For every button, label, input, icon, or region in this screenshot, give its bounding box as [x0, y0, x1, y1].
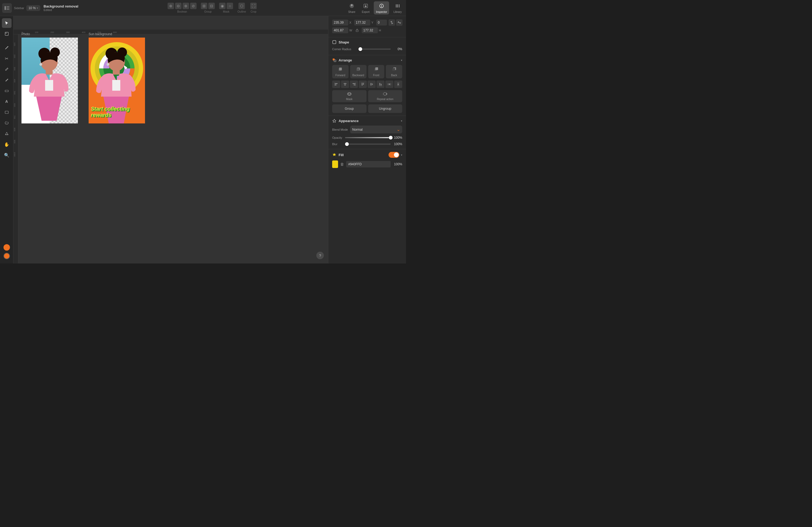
- svg-rect-69: [389, 84, 390, 85]
- toolbar-outline-group[interactable]: ⬡ Outline: [237, 3, 246, 13]
- crop-icon: ⛶: [250, 3, 257, 9]
- align-bottom-button[interactable]: [376, 80, 385, 88]
- opacity-slider-thumb[interactable]: [389, 136, 393, 139]
- toolbar-center: ⊕ ⊖ ⊗ ⊘ Boolean ⊞ ⊟ Group ◉ ○ Mask: [79, 3, 345, 13]
- appearance-section-header[interactable]: Appearance ▾: [332, 119, 402, 123]
- outline-icon: ⬡: [238, 3, 245, 9]
- y-input[interactable]: [354, 19, 370, 26]
- artboard-sun[interactable]: Start collecting rewards: [89, 37, 145, 123]
- mask-button[interactable]: Mask: [332, 90, 366, 102]
- svg-rect-14: [5, 111, 8, 114]
- share-button[interactable]: Share: [346, 1, 358, 15]
- repeat-action-button[interactable]: Repeat action: [368, 90, 403, 102]
- arrange-order-row: Forward Backward: [332, 65, 402, 78]
- arrange-section-header[interactable]: Arrange ▾: [332, 58, 402, 62]
- scissors-tool-button[interactable]: ✂: [2, 54, 12, 63]
- hand-tool-button[interactable]: ✋: [2, 139, 12, 149]
- zoom-tool-button[interactable]: 🔍: [2, 150, 12, 160]
- h-label: H: [379, 29, 382, 32]
- toolbar-group-group[interactable]: ⊞ ⊟ Group: [201, 3, 215, 13]
- boolean-intersect-icon: ⊗: [183, 3, 189, 9]
- align-row-1: [332, 80, 402, 88]
- rotation-input[interactable]: [376, 19, 387, 26]
- artboard-label-sun: Sun background: [89, 32, 112, 36]
- lasso-tool-button[interactable]: [2, 118, 12, 128]
- backward-button[interactable]: Backward: [350, 65, 366, 78]
- align-center-v-button[interactable]: [367, 80, 376, 88]
- background-color[interactable]: [3, 253, 10, 259]
- fill-icon: [332, 153, 336, 157]
- pos-row: X Y: [332, 19, 402, 26]
- align-center-h-button[interactable]: [341, 80, 349, 88]
- pen-tool-button[interactable]: [2, 43, 12, 52]
- blur-label: Blur: [332, 142, 343, 146]
- align-left-button[interactable]: [332, 80, 340, 88]
- text-tool-button[interactable]: A: [2, 96, 12, 106]
- toolbar-mask-group[interactable]: ◉ ○ Mask: [219, 3, 233, 13]
- fill-delete-button[interactable]: 🗑: [340, 162, 344, 166]
- ungroup-button[interactable]: Ungroup: [368, 104, 403, 113]
- svg-rect-57: [355, 82, 356, 86]
- size-row: W H: [332, 27, 402, 33]
- svg-rect-42: [357, 68, 359, 71]
- align-right-button[interactable]: [350, 80, 358, 88]
- back-button[interactable]: Back: [386, 65, 402, 78]
- svg-rect-49: [335, 83, 337, 84]
- sidebar-toggle-button[interactable]: [2, 3, 12, 13]
- group-ungroup-row: Group Ungroup: [332, 104, 402, 113]
- flip-v-button[interactable]: [396, 19, 403, 26]
- export-button[interactable]: Export: [360, 1, 372, 15]
- inspector-button[interactable]: Inspector: [374, 1, 389, 15]
- blend-mode-select[interactable]: Normal ⌄: [350, 125, 402, 133]
- svg-rect-2: [6, 8, 10, 8]
- opacity-slider[interactable]: [345, 136, 391, 140]
- fill-color-swatch[interactable]: [332, 161, 338, 168]
- fill-row: 🗑 100%: [329, 161, 406, 171]
- sun-artboard-inner: Start collecting rewards: [89, 37, 145, 123]
- distribute-v-button[interactable]: [394, 80, 402, 88]
- blur-slider-thumb[interactable]: [345, 142, 349, 146]
- forward-button[interactable]: Forward: [332, 65, 349, 78]
- flip-h-button[interactable]: [389, 19, 395, 26]
- shape-tool-button[interactable]: [2, 107, 12, 117]
- zoom-control[interactable]: 10 % ▾: [26, 5, 40, 11]
- toolbar-boolean-group[interactable]: ⊕ ⊖ ⊗ ⊘ Boolean: [168, 3, 197, 13]
- fill-chevron-icon: ▾: [401, 153, 402, 156]
- svg-rect-7: [396, 4, 396, 7]
- lock-aspect-button[interactable]: [354, 28, 360, 32]
- slider-thumb[interactable]: [359, 47, 362, 51]
- library-button[interactable]: Library: [391, 1, 404, 15]
- blur-slider[interactable]: [345, 142, 391, 146]
- fill-tool-button[interactable]: [2, 129, 12, 138]
- outline-icons: ⬡: [238, 3, 245, 9]
- brush-tool-button[interactable]: [2, 64, 12, 74]
- h-input[interactable]: [362, 27, 378, 33]
- blur-slider-track: [345, 144, 391, 145]
- eraser-tool-button[interactable]: [2, 86, 12, 95]
- transform-tool-button[interactable]: [2, 29, 12, 39]
- align-top-button[interactable]: [359, 80, 367, 88]
- select-tool-button[interactable]: [2, 18, 12, 28]
- group-button[interactable]: Group: [332, 104, 366, 113]
- photo-artboard-inner: [21, 37, 78, 123]
- shape-section-header[interactable]: Shape: [332, 40, 402, 44]
- export-icon: [362, 2, 369, 10]
- svg-rect-66: [379, 86, 382, 86]
- foreground-color[interactable]: [3, 244, 10, 251]
- front-button[interactable]: Front: [368, 65, 385, 78]
- w-input[interactable]: [332, 27, 348, 33]
- toolbar-crop-group[interactable]: ⛶ Crop: [250, 3, 257, 13]
- svg-rect-35: [356, 30, 358, 32]
- artboard-photo[interactable]: [21, 37, 78, 123]
- slider-track: [359, 48, 391, 50]
- canvas-area[interactable]: 0 100 200 300 400 500 600 100 200 300 40…: [13, 16, 328, 264]
- x-input[interactable]: [332, 19, 348, 26]
- pencil-tool-button[interactable]: [2, 75, 12, 85]
- fill-hex-input[interactable]: [346, 161, 391, 167]
- corner-radius-slider[interactable]: [359, 47, 391, 51]
- fill-toggle[interactable]: [389, 152, 399, 158]
- distribute-h-button[interactable]: [385, 80, 393, 88]
- svg-rect-40: [339, 67, 342, 70]
- zoom-value: 10 %: [28, 6, 36, 10]
- help-button[interactable]: ?: [316, 252, 324, 259]
